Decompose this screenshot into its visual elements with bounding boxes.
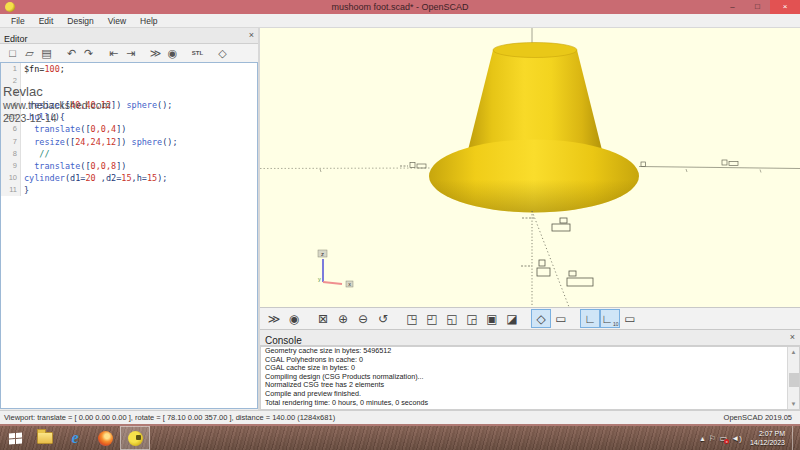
render-preview-icon[interactable]: ≫ xyxy=(264,309,284,328)
show-scale-markers-icon[interactable]: ∟10 xyxy=(600,309,620,328)
show-edges-icon[interactable]: ▭ xyxy=(620,309,640,328)
render-icon[interactable]: ◉ xyxy=(284,309,304,328)
editor-close-icon[interactable]: × xyxy=(249,30,254,41)
axes-indicator: z y x xyxy=(318,250,353,287)
system-tray: ▴ ⚐ ▭x ◄) 2:07 PM 14/12/2023 xyxy=(701,426,796,450)
view-all-icon[interactable]: ◇ xyxy=(214,45,231,62)
redo-icon[interactable]: ↷ xyxy=(80,45,97,62)
line-number: 1 xyxy=(1,63,21,75)
undo-icon[interactable]: ↶ xyxy=(63,45,80,62)
internet-explorer-icon: e xyxy=(71,430,78,446)
action-center-icon[interactable]: ⚐ xyxy=(709,434,716,443)
console-output[interactable]: Geometry cache size in bytes: 5496512CGA… xyxy=(260,346,800,410)
zoom-all-icon[interactable]: ⊠ xyxy=(313,309,333,328)
network-icon[interactable]: ▭x xyxy=(720,434,728,443)
title-bar: mushoom foot.scad* - OpenSCAD – □ × xyxy=(0,0,800,14)
code-line-11[interactable]: 11} xyxy=(1,184,257,196)
line-number: 6 xyxy=(1,123,21,135)
console-header: Console × xyxy=(260,330,800,346)
volume-icon[interactable]: ◄) xyxy=(731,434,742,443)
firefox-taskbar-button[interactable] xyxy=(90,426,120,450)
code-line-10[interactable]: 10cylinder(d1=20 ,d2=15,h=15); xyxy=(1,172,257,184)
menu-bar: FileEditDesignViewHelp xyxy=(0,14,800,28)
clock-date: 14/12/2023 xyxy=(750,438,785,447)
scroll-down-icon[interactable]: ▼ xyxy=(788,399,799,409)
view-perspective-icon[interactable]: ◇ xyxy=(531,309,551,328)
code-line-7[interactable]: 7 resize([24,24,12]) sphere(); xyxy=(1,136,257,148)
line-number: 4 xyxy=(1,99,21,111)
unindent-icon[interactable]: ⇤ xyxy=(105,45,122,62)
start-button[interactable] xyxy=(0,426,30,450)
network-error-badge: x xyxy=(724,439,729,444)
console-close-icon[interactable]: × xyxy=(790,332,795,342)
code-line-8[interactable]: 8 // xyxy=(1,148,257,160)
console-title: Console xyxy=(260,334,302,346)
view-right-icon[interactable]: ◳ xyxy=(402,309,422,328)
open-file-icon[interactable]: ▱ xyxy=(21,45,38,62)
viewport-toolbar: ≫◉⊠⊕⊖↺◳◰◱◲▣◪◇▭∟∟10▭ xyxy=(260,307,800,330)
code-line-9[interactable]: 9 translate([0,0,8]) xyxy=(1,160,257,172)
code-line-6[interactable]: 6 translate([0,0,4]) xyxy=(1,123,257,135)
save-file-icon[interactable]: ▤ xyxy=(38,45,55,62)
status-bar: Viewport: translate = [ 0.00 0.00 0.00 ]… xyxy=(0,410,800,424)
line-number: 9 xyxy=(1,160,21,172)
menu-item-edit[interactable]: Edit xyxy=(32,14,61,28)
console-line: Total rendering time: 0 hours, 0 minutes… xyxy=(261,399,799,408)
file-explorer-taskbar-button[interactable] xyxy=(30,426,60,450)
scale-markers xyxy=(537,218,593,286)
line-number: ⊟5 xyxy=(1,111,21,123)
menu-item-help[interactable]: Help xyxy=(133,14,164,28)
editor-panel-title: Editor xyxy=(0,32,28,44)
line-number: 10 xyxy=(1,172,21,184)
menu-item-view[interactable]: View xyxy=(101,14,133,28)
maximize-button[interactable]: □ xyxy=(745,0,770,14)
version-text: OpenSCAD 2019.05 xyxy=(724,413,792,422)
hidden-icons-button[interactable]: ▴ xyxy=(701,434,705,443)
code-line-4[interactable]: 4 resize([40,40,12]) sphere(); xyxy=(1,99,257,111)
indent-icon[interactable]: ⇥ xyxy=(122,45,139,62)
render-icon[interactable]: ◉ xyxy=(164,45,181,62)
export-stl-icon[interactable]: STL xyxy=(189,45,206,62)
folder-icon xyxy=(37,432,53,444)
internet-explorer-taskbar-button[interactable]: e xyxy=(60,426,90,450)
desktop: mushoom foot.scad* - OpenSCAD – □ × File… xyxy=(0,0,800,450)
window-title: mushoom foot.scad* - OpenSCAD xyxy=(0,2,800,12)
new-file-icon[interactable]: □ xyxy=(4,45,21,62)
taskbar-clock[interactable]: 2:07 PM 14/12/2023 xyxy=(750,429,785,447)
view-orthogonal-icon[interactable]: ▭ xyxy=(551,309,571,328)
code-line-2[interactable]: 2 xyxy=(1,75,257,87)
menu-item-file[interactable]: File xyxy=(4,14,32,28)
3d-viewport[interactable]: z y x xyxy=(260,28,800,307)
viewport-status-text: Viewport: translate = [ 0.00 0.00 0.00 ]… xyxy=(4,413,335,422)
code-line-1[interactable]: 1$fn=100; xyxy=(1,63,257,75)
openscad-icon xyxy=(128,431,143,446)
show-axes-icon[interactable]: ∟ xyxy=(580,309,600,328)
scroll-thumb[interactable] xyxy=(789,373,799,387)
show-desktop-button[interactable] xyxy=(792,426,796,450)
zoom-out-icon[interactable]: ⊖ xyxy=(353,309,373,328)
view-bottom-icon[interactable]: ◱ xyxy=(442,309,462,328)
close-button[interactable]: × xyxy=(770,0,800,14)
code-line-5[interactable]: ⊟5 hull(){ xyxy=(1,111,257,123)
view-front-icon[interactable]: ▣ xyxy=(482,309,502,328)
view-top-icon[interactable]: ◰ xyxy=(422,309,442,328)
mushroom-model xyxy=(429,43,639,213)
clock-time: 2:07 PM xyxy=(750,429,785,438)
console-scrollbar[interactable]: ▲ ▼ xyxy=(787,347,799,409)
code-line-3[interactable]: 3 xyxy=(1,87,257,99)
lower-axis-lines xyxy=(521,211,569,307)
scroll-up-icon[interactable]: ▲ xyxy=(788,347,799,357)
reset-view-icon[interactable]: ↺ xyxy=(373,309,393,328)
render-preview-icon[interactable]: ≫ xyxy=(147,45,164,62)
code-editor[interactable]: 1$fn=100;234 resize([40,40,12]) sphere()… xyxy=(0,62,258,409)
menu-item-design[interactable]: Design xyxy=(60,14,100,28)
minimize-button[interactable]: – xyxy=(720,0,745,14)
editor-panel: Editor × □▱▤↶↷⇤⇥≫◉STL◇ 1$fn=100;234 resi… xyxy=(0,28,258,410)
line-number: 11 xyxy=(1,184,21,196)
view-left-icon[interactable]: ◲ xyxy=(462,309,482,328)
view-back-icon[interactable]: ◪ xyxy=(502,309,522,328)
openscad-taskbar-button[interactable] xyxy=(120,426,150,450)
windows-logo-icon xyxy=(9,432,22,444)
3d-viewport-canvas: z y x xyxy=(260,28,800,307)
zoom-in-icon[interactable]: ⊕ xyxy=(333,309,353,328)
